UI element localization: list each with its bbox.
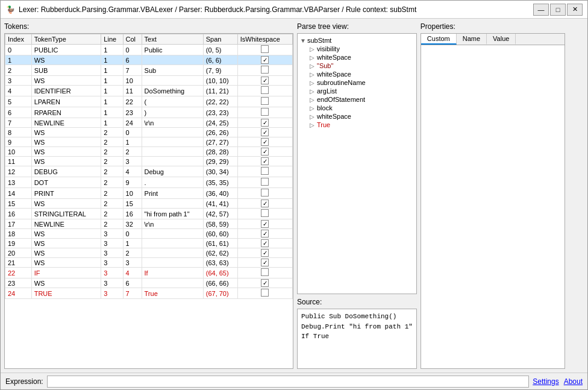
table-row[interactable]: 13DOT29.(35, 35) — [5, 177, 293, 188]
expression-label: Expression: — [5, 377, 43, 386]
table-row[interactable]: 20WS32(62, 62) — [5, 248, 293, 258]
whitespace-checkbox[interactable] — [261, 167, 269, 175]
table-row[interactable]: 15WS215(41, 41) — [5, 199, 293, 209]
list-item[interactable]: ▷whiteSpace — [310, 112, 414, 121]
list-item[interactable]: ▷True — [310, 121, 414, 129]
table-row[interactable]: 17NEWLINE232\r\n(58, 59) — [5, 219, 293, 229]
whitespace-checkbox[interactable] — [261, 56, 269, 64]
properties-container: Custom Name Value — [421, 33, 565, 369]
whitespace-checkbox[interactable] — [261, 200, 269, 207]
expand-icon[interactable]: ▷ — [310, 113, 317, 120]
table-row[interactable]: 4IDENTIFIER111DoSomething(11, 21) — [5, 86, 293, 96]
whitespace-checkbox[interactable] — [261, 119, 269, 127]
expand-icon[interactable]: ▷ — [310, 88, 317, 95]
node-label: whiteSpace — [317, 113, 351, 120]
list-item[interactable]: ▷whiteSpace — [310, 70, 414, 78]
list-item[interactable]: ▷"Sub" — [310, 61, 414, 70]
tree-root: ▼ subStmt — [300, 36, 414, 45]
whitespace-checkbox[interactable] — [261, 239, 269, 247]
properties-content — [421, 45, 565, 368]
whitespace-checkbox[interactable] — [261, 249, 269, 257]
whitespace-checkbox[interactable] — [261, 138, 269, 146]
expand-icon[interactable]: ▷ — [310, 54, 317, 61]
whitespace-checkbox[interactable] — [261, 259, 269, 266]
table-row[interactable]: 21WS33(63, 63) — [5, 258, 293, 268]
whitespace-checkbox[interactable] — [261, 230, 269, 237]
table-row[interactable]: 23WS36(66, 66) — [5, 278, 293, 288]
whitespace-checkbox[interactable] — [261, 45, 269, 53]
whitespace-checkbox[interactable] — [261, 86, 269, 94]
properties-title: Properties: — [421, 22, 565, 31]
tree-children: ▷visibility▷whiteSpace▷"Sub"▷whiteSpace▷… — [310, 45, 414, 129]
main-window: 🦆 Lexer: Rubberduck.Parsing.Grammar.VBAL… — [0, 0, 588, 390]
expand-icon[interactable]: ▷ — [310, 46, 317, 52]
tab-value[interactable]: Value — [487, 34, 516, 45]
col-line: Line — [101, 34, 123, 45]
tab-name[interactable]: Name — [457, 34, 487, 45]
table-row[interactable]: 24TRUE37True(67, 70) — [5, 288, 293, 299]
minimize-button[interactable]: — — [533, 4, 549, 16]
col-col: Col — [123, 34, 142, 45]
whitespace-checkbox[interactable] — [261, 66, 269, 74]
table-row[interactable]: 6RPAREN123)(23, 23) — [5, 107, 293, 118]
node-label: endOfStatement — [317, 96, 365, 103]
list-item[interactable]: ▷visibility — [310, 45, 414, 53]
app-icon: 🦆 — [5, 5, 15, 14]
table-row[interactable]: 0PUBLIC10Public(0, 5) — [5, 45, 293, 55]
source-section: Source: Public Sub DoSomething() Debug.P… — [297, 298, 417, 369]
expand-icon[interactable]: ▷ — [310, 96, 317, 103]
table-row[interactable]: 9WS21(27, 27) — [5, 137, 293, 147]
table-row[interactable]: 11WS23(29, 29) — [5, 157, 293, 166]
list-item[interactable]: ▷whiteSpace — [310, 53, 414, 61]
about-link[interactable]: About — [564, 377, 583, 386]
table-row[interactable]: 19WS31(61, 61) — [5, 239, 293, 248]
whitespace-checkbox[interactable] — [261, 268, 269, 276]
whitespace-checkbox[interactable] — [261, 108, 269, 116]
whitespace-checkbox[interactable] — [261, 157, 269, 165]
expand-icon[interactable]: ▷ — [310, 105, 317, 112]
whitespace-checkbox[interactable] — [261, 279, 269, 287]
whitespace-checkbox[interactable] — [261, 128, 269, 136]
node-label: True — [317, 121, 330, 128]
expression-input[interactable] — [47, 376, 530, 388]
source-container[interactable]: Public Sub DoSomething() Debug.Print "hi… — [297, 309, 417, 369]
table-row[interactable]: 12DEBUG24Debug(30, 34) — [5, 166, 293, 177]
table-row[interactable]: 14PRINT210Print(36, 40) — [5, 188, 293, 199]
whitespace-checkbox[interactable] — [261, 77, 269, 84]
table-row[interactable]: 18WS30(60, 60) — [5, 229, 293, 239]
expand-icon[interactable]: ▷ — [310, 71, 317, 78]
list-item[interactable]: ▷subroutineName — [310, 78, 414, 87]
col-iswhitespace: IsWhitespace — [237, 34, 292, 45]
whitespace-checkbox[interactable] — [261, 97, 269, 105]
whitespace-checkbox[interactable] — [261, 189, 269, 197]
list-item: If True — [301, 332, 413, 342]
whitespace-checkbox[interactable] — [261, 209, 269, 217]
expand-icon[interactable]: ▷ — [310, 80, 317, 86]
table-row[interactable]: 2SUB17Sub(7, 9) — [5, 65, 293, 76]
list-item[interactable]: ▷argList — [310, 87, 414, 95]
table-row[interactable]: 1WS16(6, 6) — [5, 55, 293, 65]
expand-icon[interactable]: ▷ — [310, 63, 317, 69]
list-item[interactable]: ▷block — [310, 104, 414, 112]
tab-custom[interactable]: Custom — [421, 34, 457, 45]
table-row[interactable]: 7NEWLINE124\r\n(24, 25) — [5, 118, 293, 128]
tokens-section-title: Tokens: — [4, 22, 293, 31]
root-expand-icon[interactable]: ▼ — [300, 37, 307, 44]
whitespace-checkbox[interactable] — [261, 289, 269, 297]
expand-icon[interactable]: ▷ — [310, 122, 317, 128]
whitespace-checkbox[interactable] — [261, 148, 269, 156]
table-row[interactable]: 22IF34If(64, 65) — [5, 268, 293, 278]
close-button[interactable]: ✕ — [567, 4, 583, 16]
maximize-button[interactable]: □ — [550, 4, 566, 16]
table-row[interactable]: 16STRINGLITERAL216"hi from path 1"(42, 5… — [5, 209, 293, 219]
table-row[interactable]: 8WS20(26, 26) — [5, 128, 293, 137]
table-row[interactable]: 10WS22(28, 28) — [5, 147, 293, 157]
settings-link[interactable]: Settings — [533, 377, 558, 386]
table-row[interactable]: 5LPAREN122((22, 22) — [5, 96, 293, 107]
whitespace-checkbox[interactable] — [261, 220, 269, 228]
tokens-table-container[interactable]: Index TokenType Line Col Text Span IsWhi… — [4, 33, 293, 369]
whitespace-checkbox[interactable] — [261, 178, 269, 186]
parse-tree-container[interactable]: ▼ subStmt ▷visibility▷whiteSpace▷"Sub"▷w… — [297, 33, 417, 294]
list-item[interactable]: ▷endOfStatement — [310, 95, 414, 104]
table-row[interactable]: 3WS110(10, 10) — [5, 76, 293, 86]
